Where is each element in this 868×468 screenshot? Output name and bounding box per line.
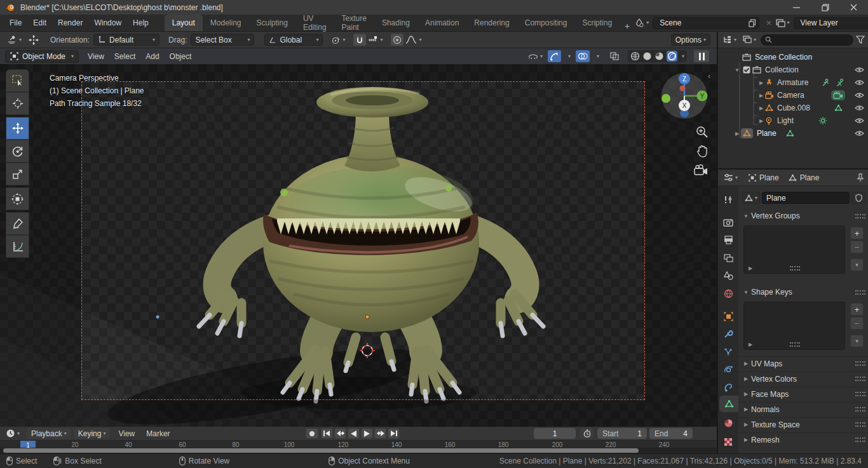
tab-object-data[interactable]	[719, 396, 738, 412]
menu-file[interactable]: File	[4, 18, 27, 27]
jump-to-end-button[interactable]	[388, 428, 400, 439]
solid-shading-icon[interactable]	[642, 51, 652, 61]
disclosure-right-icon[interactable]: ▶	[747, 265, 754, 271]
panel-vertex-colors[interactable]: ▶ Vertex Colors	[738, 371, 868, 385]
use-preview-range-button[interactable]	[580, 428, 594, 439]
menu-add[interactable]: Add	[146, 52, 159, 61]
tab-scene[interactable]	[718, 267, 738, 284]
list-resize-handle[interactable]	[790, 266, 800, 271]
outliner-filter-dropdown[interactable]: ▾	[741, 34, 758, 46]
menu-help[interactable]: Help	[127, 18, 154, 27]
select-box-tool[interactable]	[6, 69, 29, 92]
panel-drag-handle[interactable]	[855, 290, 865, 295]
panel-drag-handle[interactable]	[855, 422, 865, 427]
overlays-dropdown[interactable]: ▾	[593, 50, 601, 62]
prev-keyframe-button[interactable]	[334, 428, 346, 439]
close-button[interactable]	[839, 0, 868, 15]
properties-editor-type-dropdown[interactable]: ▾	[722, 171, 740, 184]
breadcrumb-data[interactable]: Plane	[800, 173, 820, 182]
next-keyframe-button[interactable]	[374, 428, 386, 439]
material-shading-icon[interactable]	[654, 51, 664, 61]
disclosure-right-icon[interactable]: ▶	[733, 131, 741, 137]
scene-browse-button[interactable]: ▾	[635, 18, 649, 27]
outliner-display-mode-dropdown[interactable]: ▾	[721, 34, 738, 46]
panel-remesh[interactable]: ▶ Remesh	[738, 432, 868, 446]
outliner-row-plane[interactable]: ▶ Plane	[733, 127, 868, 140]
tab-compositing[interactable]: Compositing	[517, 15, 575, 31]
measure-tool[interactable]	[6, 235, 29, 258]
menu-object[interactable]: Object	[170, 52, 192, 61]
annotate-tool[interactable]	[6, 212, 29, 235]
hide-eye-icon[interactable]	[855, 105, 864, 111]
panel-shape-keys[interactable]: ▼ Shape Keys	[738, 285, 868, 299]
sun-light-data-icon[interactable]	[818, 116, 827, 125]
navigation-gizmo[interactable]: Z Y X	[659, 70, 710, 121]
armature-data-icon[interactable]	[836, 79, 844, 87]
object-visibility-dropdown[interactable]: ▾	[526, 50, 545, 62]
mesh-browse-dropdown[interactable]: ▾	[742, 192, 760, 204]
frame-start-field[interactable]: Start 1	[597, 428, 647, 439]
hide-eye-icon[interactable]	[855, 130, 864, 137]
frame-end-field[interactable]: End 4	[649, 428, 693, 439]
disclosure-right-icon[interactable]: ▶	[757, 93, 765, 98]
active-tool-button[interactable]: ▾	[5, 34, 24, 46]
panel-texture-space[interactable]: ▶ Texture Space	[738, 417, 868, 431]
vertex-group-remove-button[interactable]: −	[850, 241, 864, 253]
tab-sculpting[interactable]: Sculpting	[249, 15, 295, 31]
fake-user-shield-button[interactable]	[851, 192, 865, 204]
panel-uv-maps[interactable]: ▶ UV Maps	[738, 356, 868, 370]
hide-eye-icon[interactable]	[855, 79, 864, 86]
pivot-point-dropdown[interactable]: ▾	[329, 34, 347, 46]
tab-shading[interactable]: Shading	[374, 15, 417, 31]
menu-window[interactable]: Window	[88, 18, 127, 27]
rotate-tool[interactable]	[6, 140, 29, 163]
tab-texture-paint[interactable]: Texture Paint	[334, 15, 374, 31]
auto-keyframe-record-button[interactable]	[306, 428, 318, 439]
restore-button[interactable]	[811, 0, 839, 15]
overlays-toggle[interactable]	[576, 50, 590, 62]
move-tool[interactable]	[6, 117, 29, 140]
breadcrumb-object[interactable]: Plane	[759, 173, 779, 182]
timeline-ruler[interactable]: 1 20 40 60 80 100 120 140 160 180 200 22…	[0, 441, 717, 453]
copy-icon[interactable]	[749, 19, 756, 27]
scene-unlink-icon[interactable]: ✕	[766, 19, 771, 27]
tab-particles[interactable]	[718, 344, 738, 360]
add-workspace-button[interactable]: +	[620, 21, 635, 31]
tab-tool[interactable]	[718, 191, 738, 208]
outliner-search-input[interactable]	[761, 34, 853, 46]
menu-select[interactable]: Select	[114, 52, 135, 61]
menu-render[interactable]: Render	[52, 18, 88, 27]
tab-object[interactable]	[718, 308, 738, 324]
tab-uv-editing[interactable]: UV Editing	[295, 15, 334, 31]
mesh-name-field[interactable]: Plane	[762, 192, 850, 204]
pause-render-button[interactable]	[694, 50, 709, 62]
panel-drag-handle[interactable]	[855, 377, 865, 381]
timeline-view-menu[interactable]: View	[112, 429, 140, 438]
panel-face-maps[interactable]: ▶ Face Maps	[738, 387, 868, 401]
outliner-row-armature[interactable]: ▶ Armature	[757, 76, 868, 89]
shape-key-add-button[interactable]: +	[850, 303, 864, 316]
disclosure-right-icon[interactable]: ▶	[757, 118, 765, 124]
hide-eye-icon[interactable]	[855, 67, 864, 73]
disclosure-down-icon[interactable]: ▼	[733, 67, 741, 73]
vertex-groups-list[interactable]: ▶	[743, 225, 845, 274]
vertex-group-specials-button[interactable]: ▾	[850, 258, 864, 271]
panel-drag-handle[interactable]	[855, 361, 865, 366]
hide-eye-icon[interactable]	[855, 92, 864, 98]
minimize-button[interactable]	[782, 0, 811, 15]
xray-toggle[interactable]	[608, 50, 621, 62]
timeline-scroll-track[interactable]	[0, 448, 717, 453]
zoom-icon[interactable]	[695, 125, 709, 139]
panel-drag-handle[interactable]	[855, 407, 865, 411]
outliner-row-scene-collection[interactable]: Scene Collection	[742, 51, 868, 64]
gizmos-dropdown[interactable]: ▾	[564, 50, 573, 62]
tab-material[interactable]	[718, 415, 738, 431]
play-button[interactable]	[361, 428, 373, 439]
panel-vertex-groups[interactable]: ▼ Vertex Groups	[738, 209, 868, 223]
panel-drag-handle[interactable]	[855, 392, 865, 396]
tab-scripting[interactable]: Scripting	[574, 15, 620, 31]
panel-drag-handle[interactable]	[855, 438, 865, 442]
tab-rendering[interactable]: Rendering	[466, 15, 517, 31]
playback-dropdown[interactable]: Playback ▾	[27, 428, 71, 439]
filter-funnel-icon[interactable]	[856, 36, 865, 44]
